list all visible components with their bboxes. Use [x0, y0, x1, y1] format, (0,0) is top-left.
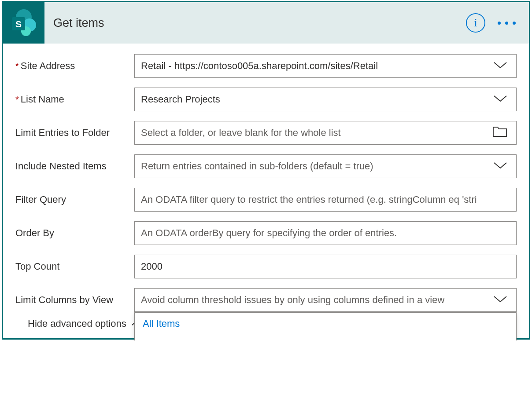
label-text: Site Address: [21, 60, 75, 72]
field-limit-folder: Limit Entries to Folder Select a folder,…: [15, 121, 517, 145]
field-limit-columns: Limit Columns by View Avoid column thres…: [15, 288, 517, 312]
input-top-count[interactable]: [134, 255, 517, 278]
action-card: S Get items i * Site Address Retail - ht…: [2, 1, 530, 340]
placeholder-text: Select a folder, or leave blank for the …: [141, 127, 341, 139]
chevron-down-icon: [493, 60, 507, 72]
label-include-nested: Include Nested Items: [15, 161, 134, 172]
label-site-address: * Site Address: [15, 60, 134, 72]
more-menu-icon[interactable]: [498, 22, 516, 25]
label-text: List Name: [21, 94, 64, 105]
svg-text:S: S: [15, 19, 22, 29]
label-limit-columns: Limit Columns by View: [15, 294, 134, 306]
field-top-count: Top Count: [15, 255, 517, 278]
label-list-name: * List Name: [15, 94, 134, 105]
placeholder-text: Avoid column threshold issues by only us…: [141, 294, 444, 306]
required-marker: *: [15, 95, 19, 105]
select-list-name[interactable]: Research Projects: [134, 88, 517, 111]
select-limit-columns[interactable]: Avoid column threshold issues by only us…: [134, 288, 517, 312]
sharepoint-icon: S: [8, 7, 39, 38]
label-limit-folder: Limit Entries to Folder: [15, 127, 134, 139]
select-include-nested[interactable]: Return entries contained in sub-folders …: [134, 154, 517, 178]
top-count-text-input[interactable]: [141, 261, 510, 272]
field-include-nested: Include Nested Items Return entries cont…: [15, 154, 517, 178]
card-header: S Get items i: [3, 2, 529, 44]
label-order-by: Order By: [15, 227, 134, 239]
select-value: Research Projects: [141, 94, 220, 105]
input-order-by[interactable]: [134, 221, 517, 245]
select-site-address[interactable]: Retail - https://contoso005a.sharepoint.…: [134, 54, 517, 78]
placeholder-text: Return entries contained in sub-folders …: [141, 161, 373, 172]
dropdown-option-all-items[interactable]: All Items: [135, 313, 516, 335]
label-filter-query: Filter Query: [15, 194, 134, 205]
filter-query-text-input[interactable]: [141, 194, 510, 205]
order-by-text-input[interactable]: [141, 227, 510, 239]
input-limit-folder[interactable]: Select a folder, or leave blank for the …: [134, 121, 517, 145]
sharepoint-logo: S: [3, 2, 44, 44]
dropdown-option-approve-reject[interactable]: Approve/reject Items: [135, 335, 516, 340]
info-icon[interactable]: i: [466, 13, 485, 33]
field-list-name: * List Name Research Projects: [15, 88, 517, 111]
limit-columns-dropdown: All Items Approve/reject Items My submis…: [134, 312, 517, 340]
required-marker: *: [15, 61, 19, 71]
input-filter-query[interactable]: [134, 188, 517, 212]
chevron-down-icon: [493, 161, 507, 172]
card-body: * Site Address Retail - https://contoso0…: [3, 44, 529, 338]
action-title: Get items: [44, 16, 466, 30]
chevron-down-icon: [493, 94, 507, 105]
chevron-down-icon: [493, 294, 507, 306]
hide-advanced-label: Hide advanced options: [28, 318, 126, 329]
select-value: Retail - https://contoso005a.sharepoint.…: [141, 60, 378, 72]
field-site-address: * Site Address Retail - https://contoso0…: [15, 54, 517, 78]
folder-picker-icon[interactable]: [492, 125, 507, 140]
label-top-count: Top Count: [15, 261, 134, 272]
field-filter-query: Filter Query: [15, 188, 517, 212]
field-order-by: Order By: [15, 221, 517, 245]
